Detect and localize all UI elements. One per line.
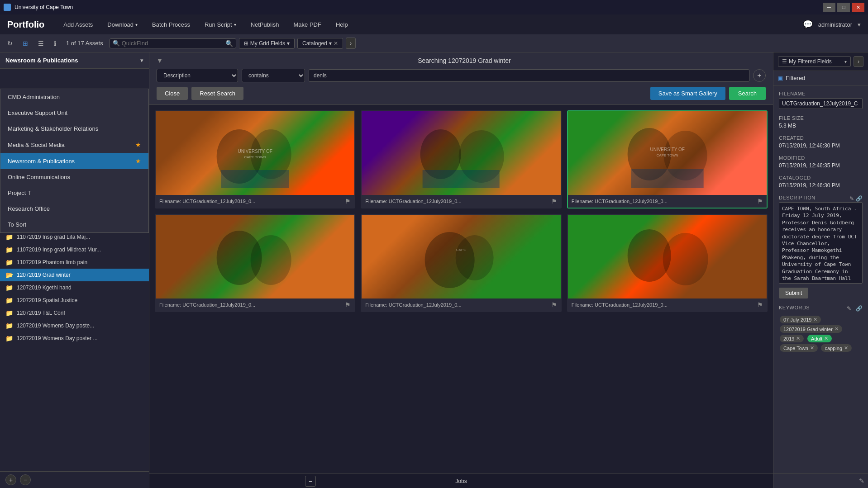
file-item-spatial[interactable]: 📁 12072019 Spatial Justice [0, 294, 149, 307]
search-bar: ▼ Searching 12072019 Grad winter Descrip… [149, 52, 773, 105]
file-item-tl-conf[interactable]: 📁 12072019 T&L Conf [0, 307, 149, 319]
file-item-mildreat[interactable]: 📁 11072019 Insp grad Mildreat Mur... [0, 243, 149, 256]
flag-icon-2[interactable]: ⚑ [551, 198, 557, 205]
sidebar-item-marketing[interactable]: Marketing & Stakeholder Relations [0, 121, 148, 137]
quickfind-search-button[interactable]: 🔍 [225, 40, 233, 47]
sidebar-item-cmd[interactable]: CMD Administration [0, 89, 148, 105]
keyword-tag-capping: capping ✕ [821, 344, 852, 352]
close-search-button[interactable]: Close [157, 87, 188, 100]
flag-icon-4[interactable]: ⚑ [345, 301, 351, 308]
quickfind-input[interactable] [122, 40, 225, 47]
sidebar-item-research[interactable]: Research Office [0, 201, 148, 217]
chat-icon[interactable]: 💬 [803, 19, 813, 29]
keyword-date-label: 07 July 2019 [783, 317, 811, 322]
minimize-button[interactable]: ─ [823, 3, 835, 12]
app-icon [4, 4, 11, 11]
toolbar-expand-button[interactable]: › [346, 38, 356, 49]
right-panel-edit-button[interactable]: ✎ [859, 477, 864, 484]
asset-image-6 [568, 215, 767, 298]
menu-download[interactable]: Download ▾ [101, 19, 144, 31]
asset-item-6[interactable]: Filename: UCTGraduation_12July2019_0... … [567, 214, 768, 312]
keyword-2019-remove[interactable]: ✕ [796, 336, 800, 341]
keyword-grad-label: 12072019 Grad winter [783, 327, 833, 332]
file-item-kgethi[interactable]: 📁 12072019 Kgethi hand [0, 281, 149, 294]
sidebar-dropdown-arrow[interactable]: ▾ [140, 57, 143, 64]
keyword-grad-remove[interactable]: ✕ [835, 326, 839, 332]
sidebar-item-newsroom[interactable]: Newsroom & Publications ★ [0, 153, 148, 169]
keyword-date-remove[interactable]: ✕ [813, 317, 817, 322]
grid-view-button[interactable]: ⊞ [19, 38, 32, 49]
menu-help[interactable]: Help [329, 19, 354, 31]
keywords-link-icon[interactable]: 🔗 [856, 305, 863, 312]
flag-icon-1[interactable]: ⚑ [345, 198, 351, 205]
asset-item-1[interactable]: UNIVERSITY OF CAPE TOWN Filename: UCTGra… [155, 110, 355, 208]
search-add-button[interactable]: + [753, 69, 766, 82]
keywords-edit-icon[interactable]: ✎ [847, 305, 851, 312]
asset-item-5[interactable]: CAPE Filename: UCTGraduation_12July2019_… [361, 214, 561, 312]
sidebar-remove-button[interactable]: − [20, 474, 31, 485]
field-group-created: Created 07/15/2019, 12:46:30 PM [779, 135, 863, 149]
keyword-capetown-remove[interactable]: ✕ [810, 345, 814, 351]
file-name-6: 12072019 Kgethi hand [17, 284, 72, 291]
right-expand-button[interactable]: › [854, 56, 863, 67]
description-edit-icon[interactable]: ✎ [849, 195, 854, 202]
sidebar-item-exec[interactable]: Executive Support Unit [0, 105, 148, 121]
collapse-icon[interactable]: ▼ [157, 57, 163, 64]
file-item-phantom[interactable]: 📁 11072019 Phantom limb pain [0, 256, 149, 269]
field-group-keywords: Keywords ✎ 🔗 07 July 2019 ✕ 12072019 Gra… [779, 305, 863, 353]
save-gallery-button[interactable]: Save as Smart Gallery [650, 87, 725, 100]
sidebar-item-project[interactable]: Project T [0, 185, 148, 201]
file-name-9: 12072019 Womens Day poste... [17, 322, 94, 329]
search-field-select[interactable]: Description [157, 69, 238, 82]
file-item-womens1[interactable]: 📁 12072019 Womens Day poste... [0, 319, 149, 332]
list-view-button[interactable]: ☰ [34, 38, 48, 49]
filtered-fields-button[interactable]: ☰ My Filtered Fields ▾ [778, 56, 851, 67]
asset-item-4[interactable]: Filename: UCTGraduation_12July2019_0... … [155, 214, 355, 312]
reset-search-button[interactable]: Reset Search [191, 87, 243, 100]
sidebar-item-online[interactable]: Online Communications [0, 169, 148, 185]
description-textarea[interactable]: CAPE TOWN, South Africa - Friday 12 July… [779, 202, 863, 284]
zoom-minus-button[interactable]: − [305, 476, 316, 487]
info-button[interactable]: ℹ [50, 38, 60, 49]
search-title: ▼ Searching 12072019 Grad winter [157, 57, 766, 64]
keyword-adult-remove[interactable]: ✕ [824, 336, 828, 341]
sidebar-add-button[interactable]: + [5, 474, 16, 485]
cataloged-button[interactable]: Cataloged ▾ ✕ [297, 38, 343, 49]
keyword-adult-label: Adult [811, 336, 822, 341]
file-item-grad-winter[interactable]: 📂 12072019 Grad winter [0, 269, 149, 281]
close-button[interactable]: ✕ [852, 3, 864, 12]
sidebar-item-online-label: Online Communications [8, 174, 70, 180]
file-item-womens2[interactable]: 📁 12072019 Womens Day poster ... [0, 332, 149, 345]
submit-button[interactable]: Submit [779, 288, 808, 298]
search-operator-select[interactable]: contains [242, 69, 305, 82]
maximize-button[interactable]: □ [837, 3, 850, 12]
modified-value: 07/15/2019, 12:46:35 PM [779, 162, 863, 169]
menu-netpublish[interactable]: NetPublish [244, 19, 286, 31]
menu-make-pdf[interactable]: Make PDF [287, 19, 328, 31]
search-button[interactable]: Search [729, 87, 766, 100]
asset-item-2[interactable]: Filename: UCTGraduation_12July2019_0... … [361, 110, 561, 208]
menu-run-script[interactable]: Run Script ▾ [198, 19, 243, 31]
sidebar-item-tosort[interactable]: To Sort [0, 217, 148, 232]
description-label: Description [779, 195, 816, 200]
flag-icon-5[interactable]: ⚑ [551, 301, 557, 308]
app-title: Portfolio [7, 19, 44, 30]
refresh-button[interactable]: ↻ [4, 38, 16, 49]
user-label[interactable]: administrator [818, 21, 852, 28]
menu-batch-process[interactable]: Batch Process [146, 19, 196, 31]
asset-footer-5: Filename: UCTGraduation_12July2019_0... … [362, 298, 560, 311]
asset-item-3[interactable]: UNIVERSITY OF CAPE TOWN Filename: UCTGra… [567, 110, 768, 208]
description-link-icon[interactable]: 🔗 [856, 195, 863, 202]
keyword-capping-remove[interactable]: ✕ [844, 345, 848, 351]
menu-add-assets[interactable]: Add Assets [57, 19, 99, 31]
grid-fields-button[interactable]: ⊞ My Grid Fields ▾ [239, 38, 295, 49]
filename-input[interactable] [779, 98, 863, 109]
flag-icon-6[interactable]: ⚑ [757, 301, 763, 308]
keyword-capping-label: capping [825, 346, 842, 351]
asset-thumbnail-2 [362, 111, 560, 195]
flag-icon-3[interactable]: ⚑ [757, 198, 763, 205]
sidebar-item-media[interactable]: Media & Social Media ★ [0, 137, 148, 153]
folder-icon-4: 📁 [5, 259, 13, 266]
svg-rect-2 [221, 170, 289, 188]
search-value-input[interactable] [309, 69, 749, 82]
